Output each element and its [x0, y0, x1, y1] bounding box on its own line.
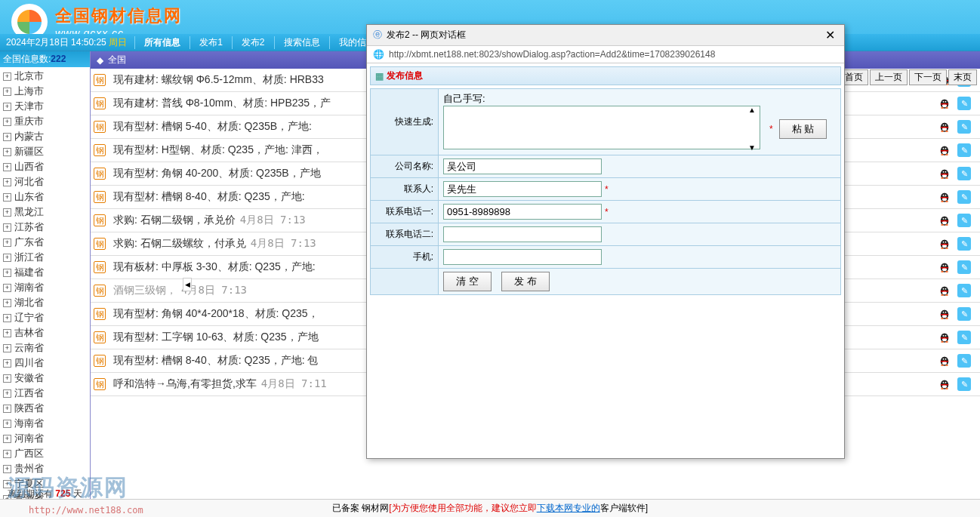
region-item[interactable]: +江苏省 — [0, 220, 90, 235]
expand-icon[interactable]: + — [3, 88, 11, 96]
content-textarea[interactable] — [443, 106, 760, 149]
edit-icon[interactable]: ✎ — [957, 307, 971, 321]
expand-icon[interactable]: + — [3, 374, 11, 383]
expand-icon[interactable]: + — [3, 178, 11, 186]
expand-icon[interactable]: + — [3, 254, 11, 262]
pager-last[interactable]: 末页 — [948, 69, 977, 85]
expand-icon[interactable]: + — [3, 103, 11, 111]
region-item[interactable]: +四川省 — [0, 355, 90, 371]
qq-icon[interactable] — [938, 143, 951, 157]
region-item[interactable]: +山西省 — [0, 159, 90, 174]
region-item[interactable]: +重庆市 — [0, 114, 90, 129]
expand-icon[interactable]: + — [3, 435, 11, 443]
menu-item-2[interactable]: 发布2 — [232, 36, 274, 49]
edit-icon[interactable]: ✎ — [957, 284, 971, 297]
qq-icon[interactable] — [938, 214, 951, 227]
region-item[interactable]: +吉林省 — [0, 325, 90, 340]
menu-item-1[interactable]: 发布1 — [190, 36, 232, 49]
expand-icon[interactable]: + — [3, 389, 11, 398]
region-item[interactable]: +黑龙江 — [0, 205, 90, 220]
menu-item-3[interactable]: 搜索信息 — [274, 36, 329, 49]
expand-icon[interactable]: + — [3, 223, 11, 232]
qq-icon[interactable] — [938, 237, 951, 251]
company-input[interactable] — [443, 158, 602, 174]
edit-icon[interactable]: ✎ — [957, 331, 971, 344]
edit-icon[interactable]: ✎ — [957, 167, 971, 180]
edit-icon[interactable]: ✎ — [957, 97, 971, 110]
region-item[interactable]: +广西区 — [0, 446, 90, 461]
qq-icon[interactable] — [938, 260, 951, 274]
expand-icon[interactable]: + — [3, 344, 11, 352]
edit-icon[interactable]: ✎ — [957, 214, 971, 227]
qq-icon[interactable] — [938, 97, 951, 110]
region-item[interactable]: +贵州省 — [0, 461, 90, 476]
region-item[interactable]: +云南省 — [0, 340, 90, 355]
expand-icon[interactable]: + — [3, 284, 11, 292]
pager-prev[interactable]: 上一页 — [870, 69, 908, 85]
qq-icon[interactable] — [938, 331, 951, 344]
scroll-left-icon[interactable]: ◀ — [183, 278, 192, 291]
edit-icon[interactable]: ✎ — [957, 237, 971, 251]
close-icon[interactable]: ✕ — [822, 28, 838, 42]
expand-icon[interactable]: + — [3, 193, 11, 202]
edit-icon[interactable]: ✎ — [957, 354, 971, 368]
qq-icon[interactable] — [938, 307, 951, 321]
region-item[interactable]: +湖北省 — [0, 295, 90, 310]
publish-button[interactable]: 发 布 — [501, 272, 550, 291]
contact-input[interactable] — [443, 181, 602, 197]
region-item[interactable]: +上海市 — [0, 84, 90, 99]
region-item[interactable]: +新疆区 — [0, 144, 90, 159]
qq-icon[interactable] — [938, 284, 951, 297]
expand-icon[interactable]: + — [3, 238, 11, 247]
expand-icon[interactable]: + — [3, 208, 11, 217]
clear-button[interactable]: 清 空 — [443, 272, 492, 291]
region-item[interactable]: +江西省 — [0, 386, 90, 401]
pager-next[interactable]: 下一页 — [909, 69, 947, 85]
qq-icon[interactable] — [938, 377, 951, 391]
qq-icon[interactable] — [938, 120, 951, 134]
expand-icon[interactable]: + — [3, 359, 11, 368]
expand-icon[interactable]: + — [3, 72, 11, 81]
expand-icon[interactable]: + — [3, 133, 11, 141]
region-item[interactable]: +河南省 — [0, 431, 90, 446]
edit-icon[interactable]: ✎ — [957, 377, 971, 391]
expand-icon[interactable]: + — [3, 420, 11, 428]
expand-icon[interactable]: + — [3, 269, 11, 277]
region-item[interactable]: +安徽省 — [0, 371, 90, 386]
region-item[interactable]: +福建省 — [0, 265, 90, 280]
expand-icon[interactable]: + — [3, 465, 11, 473]
spin-down-icon[interactable]: ▼ — [748, 143, 762, 152]
expand-icon[interactable]: + — [3, 314, 11, 322]
qq-icon[interactable] — [938, 190, 951, 204]
region-item[interactable]: +浙江省 — [0, 250, 90, 265]
region-item[interactable]: +天津市 — [0, 99, 90, 114]
region-item[interactable]: +山东省 — [0, 189, 90, 205]
paste-button[interactable]: 粘 贴 — [779, 119, 827, 139]
edit-icon[interactable]: ✎ — [957, 120, 971, 134]
region-item[interactable]: +辽宁省 — [0, 310, 90, 325]
edit-icon[interactable]: ✎ — [957, 260, 971, 274]
region-item[interactable]: +海南省 — [0, 416, 90, 431]
menu-item-0[interactable]: 所有信息 — [134, 36, 190, 49]
expand-icon[interactable]: + — [3, 299, 11, 307]
expand-icon[interactable]: + — [3, 480, 11, 488]
qq-icon[interactable] — [938, 167, 951, 180]
qq-icon[interactable] — [938, 354, 951, 368]
expand-icon[interactable]: + — [3, 163, 11, 171]
download-link[interactable]: 下载本网专业的 — [537, 502, 600, 515]
phone1-input[interactable] — [443, 204, 602, 220]
expand-icon[interactable]: + — [3, 450, 11, 458]
phone2-input[interactable] — [443, 226, 602, 242]
region-item[interactable]: +广东省 — [0, 235, 90, 250]
edit-icon[interactable]: ✎ — [957, 143, 971, 157]
region-item[interactable]: +湖南省 — [0, 280, 90, 295]
mobile-input[interactable] — [443, 249, 602, 265]
expand-icon[interactable]: + — [3, 118, 11, 126]
region-item[interactable]: +内蒙古 — [0, 129, 90, 144]
edit-icon[interactable]: ✎ — [957, 190, 971, 204]
region-item[interactable]: +河北省 — [0, 174, 90, 189]
expand-icon[interactable]: + — [3, 405, 11, 413]
expand-icon[interactable]: + — [3, 329, 11, 337]
expand-icon[interactable]: + — [3, 148, 11, 156]
spin-up-icon[interactable]: ▲ — [748, 106, 762, 114]
